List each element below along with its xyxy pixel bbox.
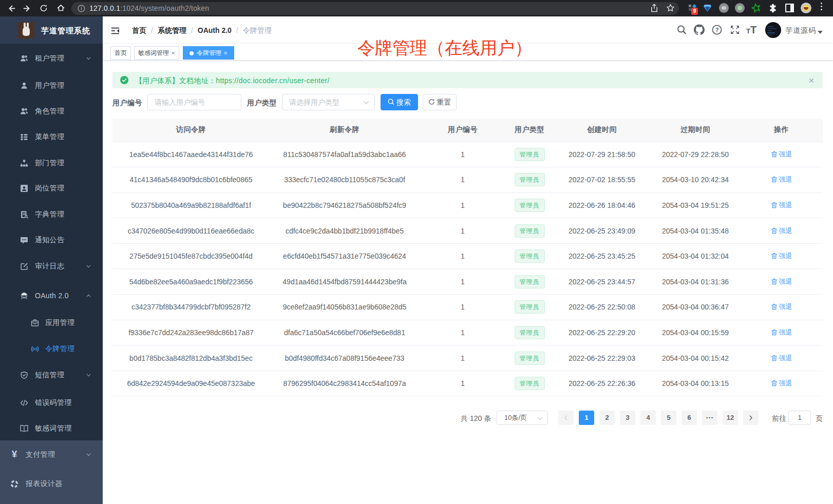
svg-text:?: ? <box>715 27 719 33</box>
